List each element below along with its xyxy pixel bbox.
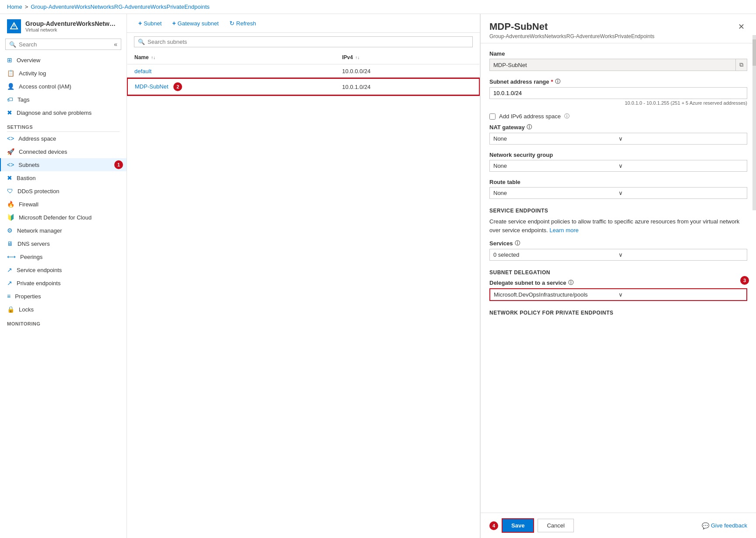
breadcrumb-resource[interactable]: Group-AdventureWorksNetworksRG-Adventure… — [31, 4, 209, 10]
chevron-down-icon-2: ∨ — [619, 163, 744, 169]
col-ipv4-header: IPv4 ↑↓ — [335, 51, 479, 64]
sidebar-item-iam[interactable]: 👤 Access control (IAM) — [0, 80, 127, 93]
nsg-dropdown[interactable]: None ∨ — [489, 160, 747, 172]
cancel-button[interactable]: Cancel — [538, 519, 573, 532]
subnet-ipv4-cell-selected: 10.0.1.0/24 — [335, 78, 479, 95]
sidebar-item-label: Overview — [17, 57, 40, 64]
name-input[interactable] — [490, 60, 735, 71]
table-row-selected[interactable]: MDP-SubNet 2 10.0.1.0/24 — [127, 78, 479, 95]
sidebar-item-ddos[interactable]: 🛡 DDoS protection — [0, 184, 127, 198]
sidebar-item-address-space[interactable]: <> Address space — [0, 132, 127, 145]
subnet-name-cell: default — [127, 64, 335, 79]
sidebar-item-peerings[interactable]: ⟷ Peerings — [0, 250, 127, 263]
address-icon: <> — [7, 135, 14, 142]
sidebar-item-label: Peerings — [20, 254, 42, 260]
sidebar-collapse-button[interactable]: « — [114, 41, 117, 48]
ipv6-info-icon: ⓘ — [564, 113, 570, 120]
ipv6-label: Add IPv6 address space — [499, 113, 561, 120]
breadcrumb-sep: > — [25, 4, 28, 10]
save-button[interactable]: Save — [502, 518, 534, 533]
breadcrumb-home[interactable]: Home — [7, 4, 22, 10]
feedback-icon: 💬 — [702, 522, 709, 529]
sidebar-search-input[interactable] — [19, 41, 111, 48]
nsg-label: Network security group — [489, 152, 747, 158]
devices-icon: 🚀 — [7, 148, 14, 155]
refresh-icon: ↻ — [229, 20, 235, 27]
diagnose-icon: ✖ — [7, 109, 12, 116]
add-gateway-subnet-button[interactable]: + Gateway subnet — [168, 18, 223, 29]
give-feedback-link[interactable]: 💬 Give feedback — [702, 522, 747, 529]
nat-info-icon: ⓘ — [527, 124, 532, 131]
subnets-icon: <> — [7, 161, 14, 168]
ipv6-checkbox-row: Add IPv6 address space ⓘ — [489, 113, 747, 120]
firewall-icon: 🔥 — [7, 201, 14, 208]
nat-gateway-label: NAT gateway ⓘ — [489, 124, 747, 131]
breadcrumb: Home > Group-AdventureWorksNetworksRG-Ad… — [0, 0, 756, 14]
sort-icon[interactable]: ↑↓ — [151, 55, 155, 60]
subnet-range-field-group: Subnet address range * ⓘ 10.0.1.0 - 10.0… — [489, 78, 747, 106]
sidebar-item-label: Service endpoints — [17, 267, 62, 273]
sort-icon-2[interactable]: ↑↓ — [355, 55, 360, 60]
sidebar-item-label: Firewall — [19, 201, 39, 208]
subnet-name-cell-selected: MDP-SubNet 2 — [127, 78, 335, 95]
sidebar-item-network-manager[interactable]: ⚙ Network manager — [0, 224, 127, 237]
copy-button[interactable]: ⧉ — [735, 59, 747, 71]
properties-icon: ≡ — [7, 293, 11, 300]
sidebar-item-connected-devices[interactable]: 🚀 Connected devices — [0, 145, 127, 158]
ipv6-checkbox[interactable] — [489, 113, 496, 120]
subnet-range-hint: 10.0.1.0 - 10.0.1.255 (251 + 5 Azure res… — [489, 100, 747, 106]
chevron-down-icon: ∨ — [619, 135, 744, 142]
sidebar-item-locks[interactable]: 🔒 Locks — [0, 303, 127, 316]
panel-header: MDP-SubNet Group-AdventureWorksNetworksR… — [481, 14, 756, 43]
nat-gateway-dropdown[interactable]: None ∨ — [489, 133, 747, 145]
plus-icon: + — [138, 20, 142, 27]
learn-more-link[interactable]: Learn more — [549, 227, 578, 234]
sidebar-item-tags[interactable]: 🏷 Tags — [0, 93, 127, 106]
sidebar-item-label: Tags — [18, 96, 29, 103]
sidebar-item-service-endpoints[interactable]: ↗ Service endpoints — [0, 263, 127, 276]
subnet-link-selected[interactable]: MDP-SubNet — [135, 83, 169, 90]
sidebar-item-label: Subnets — [18, 162, 39, 168]
panel-title: MDP-SubNet — [489, 21, 654, 32]
refresh-button[interactable]: ↻ Refresh — [225, 18, 261, 29]
sidebar-item-label: DNS servers — [18, 241, 50, 247]
subnet-link[interactable]: default — [134, 68, 151, 74]
iam-icon: 👤 — [7, 83, 14, 90]
table-row[interactable]: default 10.0.0.0/24 — [127, 64, 479, 79]
add-subnet-button[interactable]: + Subnet — [134, 18, 166, 29]
delegate-field-group: Delegate subnet to a service ⓘ Microsoft… — [489, 279, 747, 301]
services-dropdown[interactable]: 0 selected ∨ — [489, 249, 747, 261]
sidebar-item-diagnose[interactable]: ✖ Diagnose and solve problems — [0, 106, 127, 119]
delegate-dropdown[interactable]: Microsoft.DevOpsInfrastructure/pools ∨ — [489, 288, 747, 301]
route-table-dropdown[interactable]: None ∨ — [489, 187, 747, 199]
sidebar-item-properties[interactable]: ≡ Properties — [0, 290, 127, 303]
step-1-badge: 1 — [114, 160, 123, 169]
sidebar-item-bastion[interactable]: ✖ Bastion — [0, 171, 127, 184]
sidebar-item-activity-log[interactable]: 📋 Activity log — [0, 67, 127, 80]
sidebar-item-defender[interactable]: 🔰 Microsoft Defender for Cloud — [0, 211, 127, 224]
subnet-search-input[interactable] — [148, 39, 469, 45]
sidebar-item-firewall[interactable]: 🔥 Firewall — [0, 198, 127, 211]
sidebar-item-private-endpoints[interactable]: ↗ Private endpoints — [0, 276, 127, 290]
sidebar-subtitle: Virtual network — [25, 27, 117, 32]
step-4-badge: 4 — [489, 521, 498, 530]
sidebar-item-dns-servers[interactable]: 🖥 DNS servers — [0, 237, 127, 250]
sidebar-item-label: Activity log — [19, 70, 46, 77]
right-panel: MDP-SubNet Group-AdventureWorksNetworksR… — [480, 14, 756, 538]
subnet-range-input[interactable] — [489, 87, 747, 99]
info-icon: ⓘ — [555, 78, 560, 85]
locks-icon: 🔒 — [7, 306, 14, 313]
service-icon: ↗ — [7, 266, 12, 273]
sidebar-item-label: Properties — [15, 293, 41, 300]
sidebar-item-label: Private endpoints — [17, 280, 60, 287]
service-endpoints-desc: Create service endpoint policies to allo… — [489, 217, 747, 234]
nsg-field-group: Network security group None ∨ — [489, 152, 747, 172]
panel-footer: 4 Save Cancel 💬 Give feedback — [481, 513, 756, 538]
azure-icon — [7, 19, 21, 33]
monitoring-section-label: Monitoring — [0, 316, 127, 328]
close-panel-button[interactable]: ✕ — [735, 21, 747, 32]
sidebar-item-subnets[interactable]: <> Subnets 1 — [0, 158, 127, 171]
sidebar-item-label: Microsoft Defender for Cloud — [19, 214, 91, 221]
sidebar-item-overview[interactable]: ⊞ Overview — [0, 53, 127, 67]
services-field-group: Services ⓘ 0 selected ∨ — [489, 240, 747, 261]
